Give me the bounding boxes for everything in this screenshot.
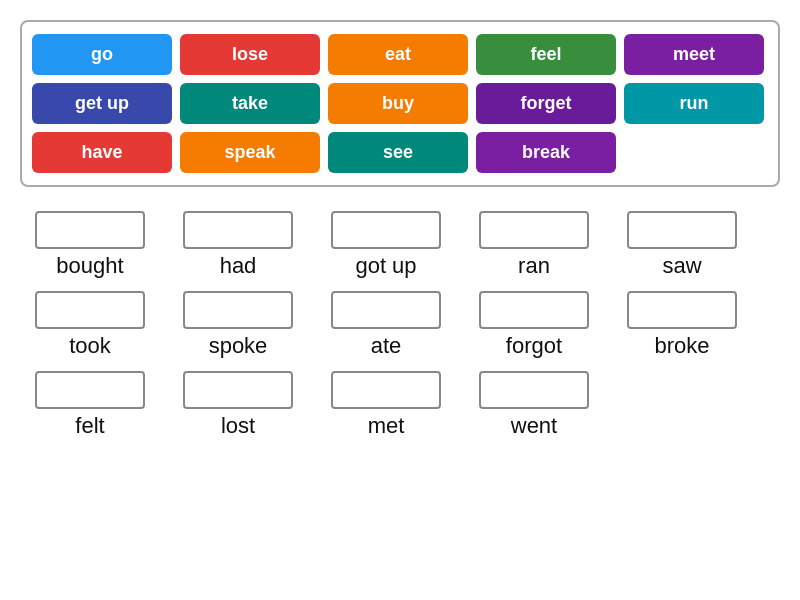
- match-item-1-2: ate: [316, 291, 456, 359]
- word-btn-forget[interactable]: forget: [476, 83, 616, 124]
- drop-box-row-1: tookspokeateforgotbroke: [20, 291, 780, 359]
- word-bank-row-1: get uptakebuyforgetrun: [32, 83, 768, 124]
- match-item-0-0: bought: [20, 211, 160, 279]
- word-btn-see[interactable]: see: [328, 132, 468, 173]
- drop-box-1-0[interactable]: [35, 291, 145, 329]
- word-btn-buy[interactable]: buy: [328, 83, 468, 124]
- match-group-2: feltlostmetwent: [20, 371, 780, 441]
- word-btn-break[interactable]: break: [476, 132, 616, 173]
- word-btn-run[interactable]: run: [624, 83, 764, 124]
- word-btn-lose[interactable]: lose: [180, 34, 320, 75]
- drop-box-2-1[interactable]: [183, 371, 293, 409]
- word-btn-get-up[interactable]: get up: [32, 83, 172, 124]
- word-btn-have[interactable]: have: [32, 132, 172, 173]
- match-group-1: tookspokeateforgotbroke: [20, 291, 780, 361]
- drop-box-0-3[interactable]: [479, 211, 589, 249]
- drop-box-1-4[interactable]: [627, 291, 737, 329]
- match-label-2-1: lost: [221, 413, 255, 439]
- match-item-1-0: took: [20, 291, 160, 359]
- drop-box-1-1[interactable]: [183, 291, 293, 329]
- word-btn-feel[interactable]: feel: [476, 34, 616, 75]
- match-label-2-3: went: [511, 413, 557, 439]
- match-item-2-3: went: [464, 371, 604, 439]
- match-label-1-1: spoke: [209, 333, 268, 359]
- match-label-1-4: broke: [654, 333, 709, 359]
- drop-box-0-2[interactable]: [331, 211, 441, 249]
- match-label-2-0: felt: [75, 413, 104, 439]
- match-label-0-4: saw: [662, 253, 701, 279]
- match-item-1-1: spoke: [168, 291, 308, 359]
- match-label-2-2: met: [368, 413, 405, 439]
- match-label-0-0: bought: [56, 253, 123, 279]
- match-item-1-4: broke: [612, 291, 752, 359]
- drop-box-2-0[interactable]: [35, 371, 145, 409]
- drop-box-2-3[interactable]: [479, 371, 589, 409]
- word-btn-speak[interactable]: speak: [180, 132, 320, 173]
- drop-box-0-0[interactable]: [35, 211, 145, 249]
- match-group-0: boughthadgot upransaw: [20, 211, 780, 281]
- match-item-2-1: lost: [168, 371, 308, 439]
- word-bank-row-0: goloseeatfeelmeet: [32, 34, 768, 75]
- match-item-0-3: ran: [464, 211, 604, 279]
- drop-box-0-1[interactable]: [183, 211, 293, 249]
- drop-box-0-4[interactable]: [627, 211, 737, 249]
- match-item-0-2: got up: [316, 211, 456, 279]
- match-item-0-1: had: [168, 211, 308, 279]
- match-item-1-3: forgot: [464, 291, 604, 359]
- word-bank: goloseeatfeelmeetget uptakebuyforgetrunh…: [20, 20, 780, 187]
- match-item-2-0: felt: [20, 371, 160, 439]
- match-label-1-2: ate: [371, 333, 402, 359]
- drop-box-1-2[interactable]: [331, 291, 441, 329]
- match-label-0-1: had: [220, 253, 257, 279]
- word-btn-eat[interactable]: eat: [328, 34, 468, 75]
- match-label-1-0: took: [69, 333, 111, 359]
- word-btn-take[interactable]: take: [180, 83, 320, 124]
- drop-box-1-3[interactable]: [479, 291, 589, 329]
- match-section: boughthadgot upransawtookspokeateforgotb…: [20, 211, 780, 451]
- drop-box-row-2: feltlostmetwent: [20, 371, 780, 439]
- match-label-1-3: forgot: [506, 333, 562, 359]
- match-item-2-2: met: [316, 371, 456, 439]
- match-label-0-3: ran: [518, 253, 550, 279]
- match-item-0-4: saw: [612, 211, 752, 279]
- word-btn-meet[interactable]: meet: [624, 34, 764, 75]
- word-btn-go[interactable]: go: [32, 34, 172, 75]
- drop-box-2-2[interactable]: [331, 371, 441, 409]
- match-label-0-2: got up: [355, 253, 416, 279]
- drop-box-row-0: boughthadgot upransaw: [20, 211, 780, 279]
- word-bank-row-2: havespeakseebreak: [32, 132, 768, 173]
